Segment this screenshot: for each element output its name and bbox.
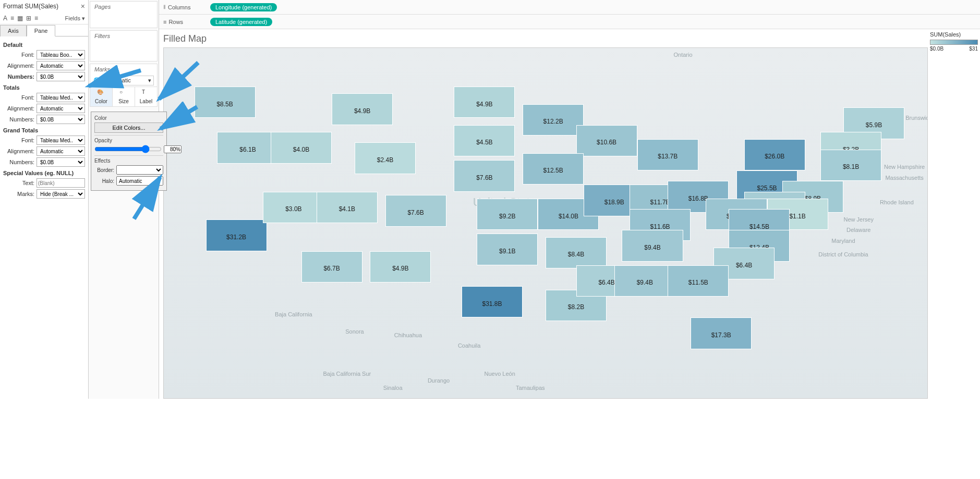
totals-alignment-select[interactable]: Automatic xyxy=(37,104,85,113)
edit-colors-button[interactable]: Edit Colors... xyxy=(94,122,163,133)
state-label-MN: $12.2B xyxy=(543,118,563,125)
filters-card: Filters xyxy=(90,31,157,41)
rows-pill[interactable]: Latitude (generated) xyxy=(210,18,272,26)
grand-font-select[interactable]: Tableau Med.. xyxy=(37,136,85,145)
section-grand-totals: Grand Totals xyxy=(3,127,85,133)
halo-select[interactable]: Automatic xyxy=(116,176,163,186)
state-label-NE: $7.6B xyxy=(476,174,492,181)
bg-de: Delaware xyxy=(846,227,870,233)
bg-sinaloa: Sinaloa xyxy=(383,385,403,391)
bg-ri: Rhode Island xyxy=(880,199,914,205)
columns-icon: ⦀ xyxy=(163,4,166,10)
format-panel: Format SUM(Sales) × A ≡ ▦ ⊞ ≡ Fields ▾ A… xyxy=(0,0,89,399)
format-title: Format SUM(Sales) xyxy=(3,3,58,10)
section-special: Special Values (eg. NULL) xyxy=(3,170,85,176)
default-alignment-select[interactable]: Automatic xyxy=(37,61,85,70)
state-label-AZ: $6.7B xyxy=(323,265,340,272)
bg-nj: New Jersey xyxy=(844,216,874,223)
bg-ontario: Ontario xyxy=(673,52,692,58)
viz-column: ⦀Columns Longitude (generated) ≡Rows Lat… xyxy=(159,0,980,399)
state-label-WY: $2.4B xyxy=(377,156,393,164)
bg-baja-ca: Baja California xyxy=(275,311,312,317)
state-label-OH: $16.8B xyxy=(688,195,708,202)
opacity-slider[interactable] xyxy=(94,145,162,153)
pages-card: Pages xyxy=(90,2,157,12)
bg-chihuahua: Chihuahua xyxy=(394,332,422,338)
font-toolbar-icon[interactable]: A xyxy=(3,15,7,22)
border-select[interactable] xyxy=(116,165,163,175)
fields-dropdown[interactable]: Fields ▾ xyxy=(65,15,85,22)
state-label-OR: $6.1B xyxy=(239,146,256,153)
tab-axis[interactable]: Axis xyxy=(0,25,27,36)
bg-ma: Massachusetts xyxy=(885,175,923,181)
marks-card-title: Marks xyxy=(90,64,157,75)
viz-title: Filled Map xyxy=(163,33,928,44)
state-label-UT: $4.1B xyxy=(339,205,355,213)
state-label-TX: $31.8B xyxy=(482,300,502,308)
grand-alignment-select[interactable]: Automatic xyxy=(37,146,85,156)
state-label-DE: $1.1B xyxy=(789,213,805,220)
state-label-VA: $14.5B xyxy=(749,223,769,230)
bg-tamaulipas: Tamaulipas xyxy=(516,385,545,391)
size-button[interactable]: ○Size xyxy=(113,87,135,106)
special-marks-select[interactable]: Hide (Break ... xyxy=(37,189,85,199)
state-label-AR: $8.4B xyxy=(568,251,584,258)
legend: SUM(Sales) $0.0B $31 xyxy=(928,29,980,399)
state-label-SC: $6.4B xyxy=(736,262,752,269)
bg-coahuila: Coahuila xyxy=(458,342,480,349)
bg-nuevo-leon: Nuevo León xyxy=(484,371,515,377)
legend-gradient[interactable] xyxy=(930,40,978,45)
color-popup: Color Edit Colors... Opacity Effects Bor… xyxy=(91,112,167,191)
shading-toolbar-icon[interactable]: ▦ xyxy=(17,15,23,22)
state-label-WI: $10.6B xyxy=(597,139,616,146)
state-label-OK: $9.1B xyxy=(499,248,515,255)
state-label-TN: $9.4B xyxy=(644,244,660,251)
format-toolbar: A ≡ ▦ ⊞ ≡ Fields ▾ xyxy=(0,13,88,24)
state-label-MO: $14.0B xyxy=(559,213,578,220)
size-icon: ○ xyxy=(119,89,128,97)
state-label-ND: $4.9B xyxy=(476,101,492,108)
bg-dc: District of Columbia xyxy=(818,251,868,257)
legend-title: SUM(Sales) xyxy=(930,31,978,38)
state-label-NM: $4.9B xyxy=(392,265,408,272)
section-totals: Totals xyxy=(3,84,85,91)
legend-min: $0.0B xyxy=(930,46,943,52)
state-label-CO: $7.6B xyxy=(407,209,424,216)
align-toolbar-icon[interactable]: ≡ xyxy=(10,15,14,22)
borders-toolbar-icon[interactable]: ⊞ xyxy=(26,15,31,22)
bg-md: Maryland xyxy=(831,238,855,244)
state-label-FL: $17.3B xyxy=(711,331,731,339)
state-label-MI: $13.7B xyxy=(658,153,677,160)
label-button[interactable]: TLabel xyxy=(135,87,157,106)
state-label-IA: $12.5B xyxy=(543,167,563,174)
default-font-select[interactable]: Tableau Boo.. xyxy=(37,50,85,59)
state-label-MA: $8.1B xyxy=(843,163,859,170)
state-label-WA: $8.5B xyxy=(216,101,233,108)
state-label-CA: $31.2B xyxy=(226,234,246,241)
tab-pane[interactable]: Pane xyxy=(27,25,56,36)
state-label-LA: $8.2B xyxy=(568,303,584,311)
state-label-ID: $4.0B xyxy=(293,146,309,153)
color-button[interactable]: 🎨Color xyxy=(90,87,113,106)
opacity-value[interactable] xyxy=(164,145,182,153)
totals-numbers-select[interactable]: $0.0B xyxy=(37,115,85,124)
state-label-NV: $3.0B xyxy=(285,205,301,213)
filled-map-icon: 🌐 xyxy=(93,77,101,84)
grand-numbers-select[interactable]: $0.0B xyxy=(37,157,85,167)
state-label-KY: $11.6B xyxy=(650,223,670,230)
columns-pill[interactable]: Longitude (generated) xyxy=(210,3,277,11)
section-default: Default xyxy=(3,42,85,48)
legend-max: $31 xyxy=(969,46,978,52)
cards-column: Pages Filters Marks 🌐Automatic ▾ 🎨Color … xyxy=(89,0,159,399)
close-icon[interactable]: × xyxy=(81,2,85,10)
state-label-IN: $11.7B xyxy=(650,199,670,206)
special-text-input[interactable] xyxy=(37,178,85,188)
rows-shelf: ≡Rows Latitude (generated) xyxy=(159,15,980,29)
columns-shelf: ⦀Columns Longitude (generated) xyxy=(159,0,980,15)
map-canvas[interactable]: United States Ontario New Brunswick New … xyxy=(163,47,928,399)
mark-type-dropdown[interactable]: Automatic ▾ xyxy=(103,76,154,85)
default-numbers-select[interactable]: $0.0B xyxy=(37,72,85,81)
lines-toolbar-icon[interactable]: ≡ xyxy=(34,15,38,22)
totals-font-select[interactable]: Tableau Med.. xyxy=(37,93,85,102)
state-label-SD: $4.5B xyxy=(476,139,492,146)
